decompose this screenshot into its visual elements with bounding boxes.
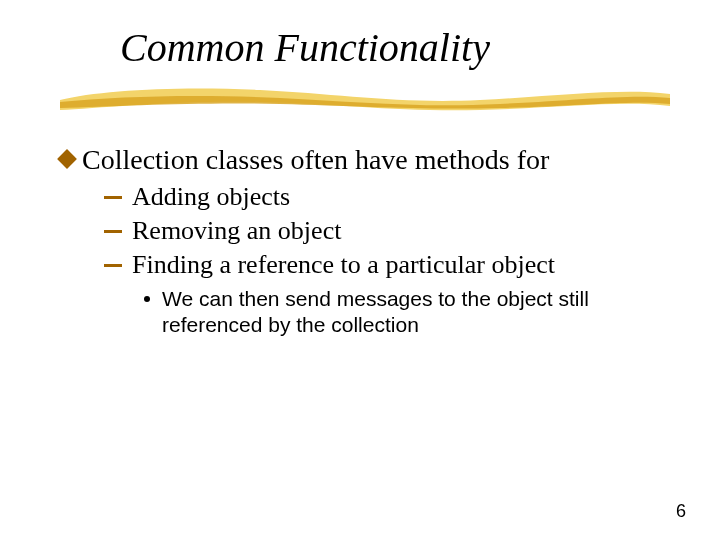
dash-bullet-icon bbox=[104, 196, 122, 199]
dot-bullet-icon bbox=[144, 296, 150, 302]
slide-title: Common Functionality bbox=[120, 24, 490, 71]
bullet-level2-group: Adding objects Removing an object Findin… bbox=[104, 182, 670, 280]
dash-bullet-icon bbox=[104, 264, 122, 267]
bullet-level2-text: Adding objects bbox=[132, 182, 290, 212]
bullet-level3-group: We can then send messages to the object … bbox=[144, 286, 670, 339]
bullet-level2: Adding objects bbox=[104, 182, 670, 212]
bullet-level2-text: Removing an object bbox=[132, 216, 341, 246]
title-underline-brush bbox=[60, 80, 670, 114]
bullet-level2: Removing an object bbox=[104, 216, 670, 246]
bullet-level3-text: We can then send messages to the object … bbox=[162, 286, 632, 339]
diamond-bullet-icon bbox=[57, 149, 77, 169]
slide: Common Functionality Collection classes … bbox=[0, 0, 720, 540]
bullet-level1-text: Collection classes often have methods fo… bbox=[82, 144, 549, 176]
content-area: Collection classes often have methods fo… bbox=[60, 144, 670, 343]
bullet-level3: We can then send messages to the object … bbox=[144, 286, 670, 339]
page-number: 6 bbox=[676, 501, 686, 522]
bullet-level2: Finding a reference to a particular obje… bbox=[104, 250, 670, 280]
bullet-level2-text: Finding a reference to a particular obje… bbox=[132, 250, 555, 280]
dash-bullet-icon bbox=[104, 230, 122, 233]
bullet-level1: Collection classes often have methods fo… bbox=[60, 144, 670, 176]
